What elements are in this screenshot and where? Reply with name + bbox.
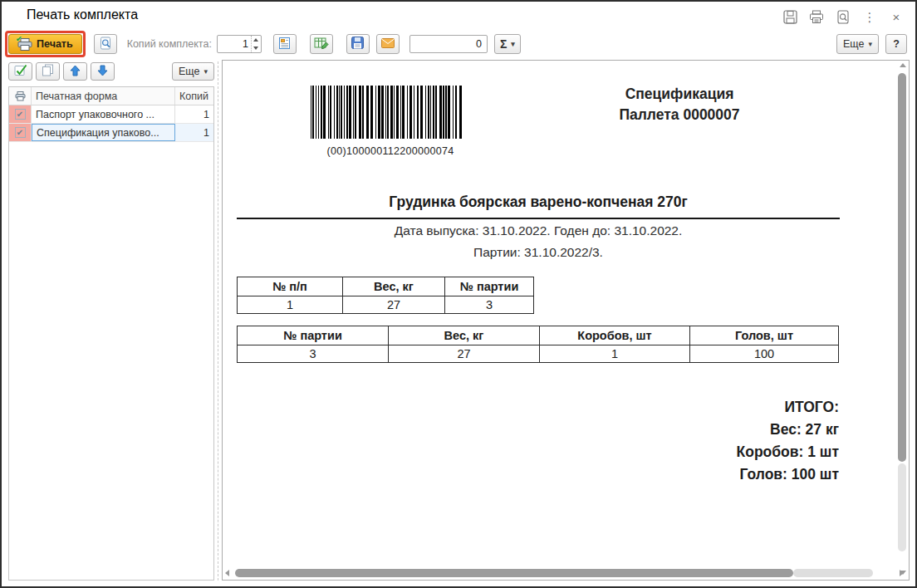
- print-form-copies[interactable]: 1: [175, 124, 213, 141]
- barcode-text: (00)100000112200000074: [302, 145, 478, 157]
- magnifier-page-icon: [99, 37, 112, 52]
- document-title: Спецификация Паллета 0000007: [576, 84, 783, 125]
- printer-check-icon: ✔: [17, 38, 32, 51]
- window-title: Печать комплекта: [27, 7, 138, 22]
- date-line: Дата выпуска: 31.10.2022. Годен до: 31.1…: [237, 223, 840, 238]
- print-form-copies[interactable]: 1: [175, 105, 213, 123]
- product-underline: [237, 218, 840, 219]
- save-icon[interactable]: [782, 9, 797, 24]
- vertical-scroll-thumb[interactable]: [898, 73, 906, 462]
- row-check-cell: ✔: [9, 105, 32, 123]
- close-icon[interactable]: ×: [889, 9, 904, 24]
- arrow-up-icon: [70, 65, 81, 79]
- panel-splitter[interactable]: [218, 61, 218, 581]
- print-button-highlight: ✔ Печать: [5, 31, 86, 57]
- chevron-down-icon: ▾: [204, 67, 208, 76]
- vertical-scroll-track[interactable]: [898, 463, 906, 551]
- horizontal-scroll-thumb[interactable]: [235, 569, 793, 577]
- totals-block: ИТОГО: Вес: 27 кг Коробов: 1 шт Голов: 1…: [590, 396, 839, 486]
- print-form-name[interactable]: Паспорт упаковочного ...: [32, 105, 175, 123]
- panel-more-label: Еще: [179, 66, 199, 77]
- print-button-label: Печать: [37, 38, 73, 50]
- copies-value[interactable]: 1: [218, 36, 251, 52]
- sum-button[interactable]: Σ ▾: [494, 34, 521, 54]
- preview-pane: (00)100000112200000074 Спецификация Палл…: [222, 60, 910, 581]
- check-all-button[interactable]: [8, 62, 32, 81]
- t2-cell: 100: [690, 345, 839, 363]
- document-preview: (00)100000112200000074 Спецификация Палл…: [223, 61, 909, 580]
- horizontal-scroll-track[interactable]: [793, 569, 873, 577]
- document-structure-button[interactable]: [273, 34, 297, 54]
- check-all-icon: [14, 64, 27, 79]
- print-forms-table: Печатная форма Копий ✔ Паспорт упаковочн…: [8, 86, 214, 581]
- print-set-window: Печать комплекта ⋮ × ✔ Печать: [0, 0, 917, 588]
- copies-spin-buttons: [251, 36, 261, 52]
- panel-more-button[interactable]: Еще ▾: [172, 62, 214, 81]
- table-edit-icon: [314, 37, 329, 52]
- batches-table: № партии Вес, кг Коробов, шт Голов, шт 3…: [237, 326, 839, 363]
- toolbar: ✔ Печать Копий комплекта: 1: [2, 30, 915, 58]
- help-button[interactable]: ?: [885, 34, 907, 54]
- t2-header: Коробов, шт: [540, 326, 690, 345]
- sigma-icon: Σ: [500, 37, 507, 51]
- floppy-icon: [351, 37, 364, 51]
- print-forms-toolbar: Еще ▾: [8, 61, 214, 81]
- move-down-button[interactable]: [91, 62, 115, 81]
- copies-stepper[interactable]: 1: [217, 35, 262, 53]
- print-button[interactable]: ✔ Печать: [8, 34, 82, 54]
- printer-column-icon: [9, 87, 32, 105]
- horizontal-scrollbar[interactable]: [225, 568, 894, 578]
- t2-cell: 1: [540, 345, 690, 363]
- print-forms-panel: Еще ▾ Печатная форма Копий ✔ Паспорт упа…: [8, 61, 214, 581]
- t2-cell: 27: [389, 345, 540, 363]
- amount-field[interactable]: 0: [409, 35, 488, 53]
- print-icon[interactable]: [809, 9, 824, 24]
- t2-header: № партии: [238, 326, 389, 345]
- t2-header: Вес, кг: [389, 326, 540, 345]
- document-outline-icon: [278, 37, 291, 52]
- t1-header: Вес, кг: [343, 277, 445, 296]
- t2-cell: 3: [238, 345, 389, 363]
- totals-boxes: Коробов: 1 шт: [590, 441, 839, 463]
- column-header-copies[interactable]: Копий: [175, 87, 213, 105]
- t2-header: Голов, шт: [690, 326, 839, 345]
- spinner-down-icon[interactable]: [252, 44, 261, 52]
- table-row[interactable]: ✔ Паспорт упаковочного ... 1: [9, 105, 213, 124]
- totals-heads: Голов: 100 шт: [590, 463, 839, 486]
- scroll-right-icon[interactable]: [900, 570, 904, 576]
- column-header-form[interactable]: Печатная форма: [32, 87, 175, 105]
- chevron-down-icon: ▾: [868, 40, 872, 48]
- checkbox-checked-icon[interactable]: ✔: [15, 127, 26, 138]
- toolbar-more-button[interactable]: Еще ▾: [836, 34, 879, 54]
- preview-button[interactable]: [94, 34, 117, 54]
- save-result-button[interactable]: [346, 34, 370, 54]
- totals-title: ИТОГО:: [590, 396, 839, 419]
- more-label: Еще: [843, 38, 864, 50]
- vertical-scrollbar[interactable]: [897, 63, 907, 565]
- barcode: [311, 86, 470, 139]
- positions-table: № п/п Вес, кг № партии 1 27 3: [237, 277, 534, 314]
- copy-button[interactable]: [36, 62, 60, 81]
- edit-table-button[interactable]: [310, 34, 333, 54]
- copies-label: Копий комплекта:: [127, 38, 212, 50]
- t1-cell: 3: [445, 296, 534, 314]
- chevron-down-icon: ▾: [511, 40, 515, 48]
- send-email-button[interactable]: [376, 34, 400, 54]
- checkbox-checked-icon[interactable]: ✔: [15, 109, 26, 120]
- document-title-line1: Спецификация: [576, 84, 783, 105]
- move-up-button[interactable]: [63, 62, 87, 81]
- document-title-line2: Паллета 0000007: [576, 105, 783, 125]
- more-dots-icon[interactable]: ⋮: [862, 9, 877, 24]
- scroll-up-icon[interactable]: [900, 63, 906, 67]
- batch-line: Партии: 31.10.2022/3.: [237, 245, 840, 260]
- spinner-up-icon[interactable]: [252, 36, 261, 44]
- product-name: Грудинка боярская варено-копченая 270г: [237, 194, 840, 211]
- print-forms-header: Печатная форма Копий: [9, 87, 213, 105]
- row-check-cell: ✔: [9, 124, 32, 141]
- print-preview-icon[interactable]: [836, 9, 851, 24]
- scroll-left-icon[interactable]: [225, 570, 229, 576]
- totals-weight: Вес: 27 кг: [590, 419, 839, 441]
- print-form-name[interactable]: Спецификация упаково...: [32, 124, 175, 141]
- table-row-selected[interactable]: ✔ Спецификация упаково... 1: [9, 124, 213, 142]
- copy-icon: [42, 64, 54, 79]
